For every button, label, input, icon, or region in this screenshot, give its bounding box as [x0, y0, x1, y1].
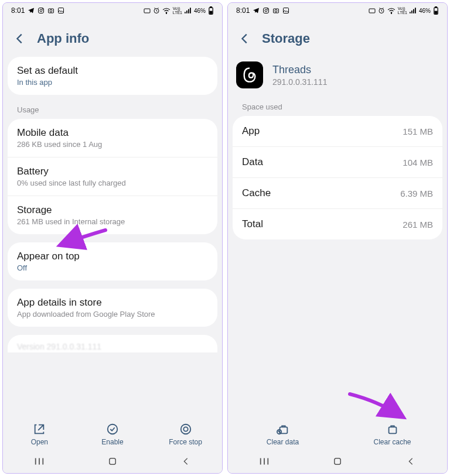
appear-sub: Off [17, 263, 208, 272]
stop-icon [179, 423, 192, 436]
app-header: Threads 291.0.0.31.111 [228, 57, 447, 100]
battery-icon [208, 6, 214, 15]
camera-icon [47, 7, 54, 14]
card-icon [369, 8, 376, 13]
phone-right-storage: 8:01 Vo)) LTE1 46% Storage Threads 291.0… [227, 2, 448, 474]
card-set-default[interactable]: Set as default In this app [8, 57, 217, 95]
clear-cache-button[interactable]: Clear cache [352, 423, 434, 446]
row-storage[interactable]: Storage 261 MB used in Internal storage [8, 196, 217, 234]
battery-sub: 0% used since last fully charged [17, 179, 208, 187]
svg-rect-12 [190, 8, 191, 13]
card-details[interactable]: App details in store App downloaded from… [8, 289, 217, 327]
svg-rect-39 [335, 458, 341, 465]
card-appear[interactable]: Appear on top Off [8, 242, 217, 280]
clear-data-icon [277, 423, 289, 436]
page-title: Storage [262, 31, 310, 46]
instagram-icon [38, 7, 45, 14]
status-time: 8:01 [236, 6, 250, 15]
nav-back-icon[interactable] [180, 456, 192, 467]
nav-back-icon[interactable] [405, 456, 417, 467]
alarm-icon [378, 7, 385, 14]
total-key: Total [242, 218, 263, 230]
signal-icon [410, 8, 417, 13]
telegram-icon [28, 7, 35, 14]
clear-data-button[interactable]: Clear data [242, 423, 324, 446]
svg-rect-19 [110, 458, 116, 465]
back-icon[interactable] [13, 32, 26, 45]
svg-rect-11 [188, 9, 189, 13]
details-sub: App downloaded from Google Play Store [17, 310, 208, 319]
page-header: App info [3, 18, 222, 57]
row-battery[interactable]: Battery 0% used since last fully charged [8, 157, 217, 196]
svg-point-16 [108, 424, 118, 434]
wifi-icon [387, 7, 396, 14]
battery-title: Battery [17, 166, 208, 177]
back-icon[interactable] [238, 32, 251, 45]
details-title: App details in store [17, 297, 208, 309]
svg-rect-34 [435, 7, 437, 8]
app-version: 291.0.0.31.111 [272, 77, 327, 87]
card-icon [144, 8, 151, 13]
svg-rect-35 [435, 11, 437, 13]
appear-title: Appear on top [17, 251, 208, 262]
status-bar: 8:01 Vo)) LTE1 46% [3, 3, 222, 18]
nav-bar [228, 450, 447, 473]
battery-pct: 46% [419, 8, 431, 14]
svg-rect-31 [413, 9, 414, 13]
page-header: Storage [228, 18, 447, 57]
enable-button[interactable]: Enable [86, 423, 139, 446]
svg-rect-32 [415, 8, 416, 13]
svg-rect-38 [388, 427, 396, 433]
status-time: 8:01 [11, 6, 25, 15]
card-version-cut: Version 291.0.0.31.111 [8, 335, 217, 352]
svg-point-18 [183, 427, 188, 431]
svg-rect-30 [411, 11, 412, 13]
page-title: App info [37, 31, 89, 46]
svg-rect-26 [369, 9, 375, 13]
card-usage: Mobile data 286 KB used since 1 Aug Batt… [8, 119, 217, 234]
row-mobile-data[interactable]: Mobile data 286 KB used since 1 Aug [8, 119, 217, 157]
force-stop-button[interactable]: Force stop [159, 423, 212, 446]
instagram-icon [262, 7, 270, 14]
svg-rect-14 [210, 7, 212, 8]
space-used-label: Space used [233, 100, 442, 116]
row-cache: Cache 6.39 MB [233, 178, 442, 209]
check-circle-icon [106, 423, 119, 436]
phone-left-app-info: 8:01 Vo)) LTE1 46% App info Set as defau… [2, 2, 223, 474]
mobile-data-title: Mobile data [17, 127, 208, 139]
mobile-data-sub: 286 KB used since 1 Aug [17, 140, 208, 149]
wifi-icon [162, 7, 171, 14]
set-default-title: Set as default [17, 65, 208, 77]
svg-rect-29 [410, 12, 411, 13]
status-bar: 8:01 Vo)) LTE1 46% [228, 3, 447, 18]
storage-title: Storage [17, 204, 208, 216]
nav-home-icon[interactable] [107, 456, 118, 467]
cache-val: 6.39 MB [400, 189, 433, 198]
alarm-icon [153, 7, 160, 14]
svg-rect-10 [186, 11, 188, 13]
app-name: Threads [272, 64, 327, 76]
card-space-used: App 151 MB Data 104 MB Cache 6.39 MB Tot… [233, 116, 442, 239]
set-default-sub: In this app [17, 78, 208, 87]
svg-point-28 [391, 13, 391, 13]
data-key: Data [242, 156, 263, 168]
nav-home-icon[interactable] [332, 456, 343, 467]
svg-point-17 [180, 424, 190, 434]
app-val: 151 MB [403, 126, 433, 136]
clear-cache-icon [386, 423, 399, 436]
cache-key: Cache [242, 187, 271, 199]
svg-point-4 [50, 10, 52, 12]
network-label: Vo)) LTE1 [173, 6, 182, 15]
open-icon [33, 423, 46, 436]
enable-label: Enable [101, 438, 123, 446]
svg-rect-5 [59, 8, 64, 13]
open-button[interactable]: Open [13, 423, 66, 446]
nav-recents-icon[interactable] [258, 456, 270, 467]
clear-data-label: Clear data [267, 438, 299, 446]
total-val: 261 MB [403, 220, 433, 230]
signal-icon [185, 8, 192, 13]
row-total: Total 261 MB [233, 209, 442, 239]
image-icon [57, 7, 64, 14]
nav-recents-icon[interactable] [33, 456, 45, 467]
network-label: Vo)) LTE1 [398, 6, 407, 15]
